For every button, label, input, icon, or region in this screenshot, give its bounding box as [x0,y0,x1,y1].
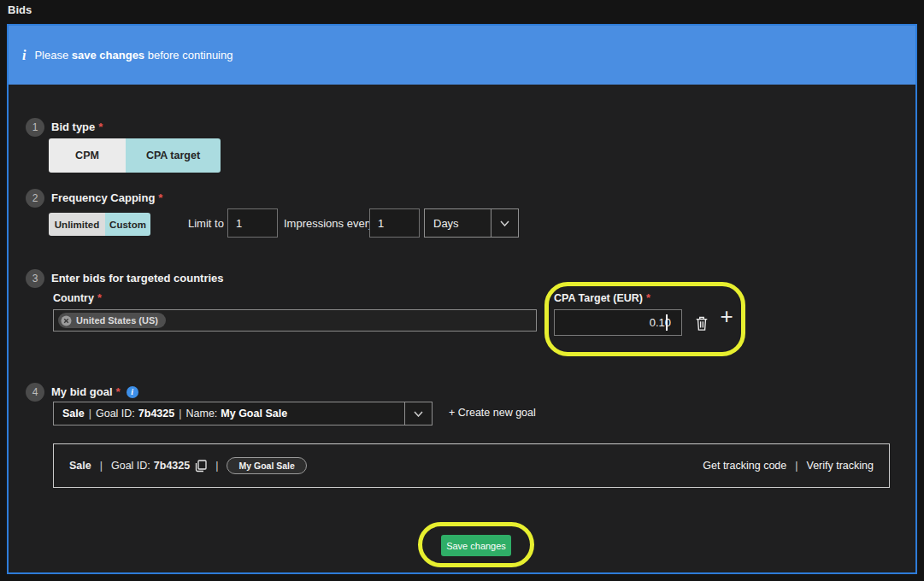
chevron-down-icon [491,209,518,237]
goal-select[interactable]: Sale|Goal ID:7b4325|Name:My Goal Sale [53,402,433,425]
goal-links: Get tracking code | Verify tracking [703,460,874,472]
limit-input[interactable] [227,208,278,238]
banner-message: Please save changes before continuing [34,49,232,62]
plus-icon: + [720,303,733,330]
cpm-button[interactable]: CPM [49,138,126,173]
goal-id: 7b4325 [138,408,174,420]
step-3-badge: 3 [26,269,44,288]
cpa-required-mark: * [646,292,650,304]
frequency-required-mark: * [158,191,162,204]
unlimited-button[interactable]: Unlimited [49,213,105,236]
get-tracking-code-link[interactable]: Get tracking code [703,460,786,472]
impressions-every-label: Impressions every [284,217,374,230]
cpa-target-label: CPA Target (EUR)* [554,292,650,304]
frequency-capping-label: Frequency Capping* [51,191,162,204]
trash-icon [694,314,709,332]
goal-select-value: Sale|Goal ID:7b4325|Name:My Goal Sale [54,408,287,420]
create-new-goal-link[interactable]: + Create new goal [449,407,536,419]
separator: | [89,408,91,420]
country-chip: United States (US) [58,313,166,328]
country-label: Country* [53,292,102,304]
country-bids-label: Enter bids for targeted countries [51,272,224,285]
goal-type: Sale [62,408,85,420]
separator: | [100,460,103,472]
verify-tracking-link[interactable]: Verify tracking [806,460,874,472]
cpa-target-input[interactable] [554,309,682,336]
add-bid-button[interactable]: + [715,302,739,330]
bid-goal-info-icon[interactable]: i [127,386,138,398]
goal-id-label: Goal ID: [96,408,135,420]
banner-message-suffix: before continuing [144,49,232,62]
bid-type-label-text: Bid type [51,120,95,133]
period-select-value: Days [425,217,459,230]
goal-name: My Goal Sale [221,408,287,420]
goal-row-type: Sale [69,460,91,472]
text-caret [666,314,668,331]
frequency-capping-label-text: Frequency Capping [51,191,155,204]
goal-name-label: Name: [185,408,217,420]
goal-details-row: Sale | Goal ID: 7b4325 | My Goal Sale Ge… [53,443,890,488]
bid-type-required-mark: * [98,120,103,133]
save-changes-button[interactable]: Save changes [441,535,511,556]
cpa-target-label-text: CPA Target (EUR) [554,292,643,304]
country-chip-label: United States (US) [76,315,158,326]
copy-goal-id-button[interactable] [195,460,207,472]
separator: | [179,408,181,420]
goal-row-id-label: Goal ID: [111,460,150,472]
bids-panel: i Please save changes before continuing … [7,24,917,574]
screen: Bids i Please save changes before contin… [0,0,924,581]
separator: | [215,460,218,472]
page-title: Bids [8,3,32,16]
country-required-mark: * [97,292,102,304]
delete-bid-button[interactable] [692,312,712,334]
country-bids-label-text: Enter bids for targeted countries [51,272,224,285]
copy-icon [195,460,207,472]
goal-row-id: 7b4325 [154,460,190,472]
bid-goal-required-mark: * [116,385,121,398]
goal-details-left: Sale | Goal ID: 7b4325 | My Goal Sale [69,457,307,474]
step-2-badge: 2 [26,189,44,208]
country-select[interactable]: United States (US) [53,309,537,332]
impressions-input[interactable] [369,208,420,238]
step-4-badge: 4 [26,383,44,402]
info-icon: i [22,48,26,63]
banner-message-prefix: Please [34,49,71,62]
period-select[interactable]: Days [424,208,519,238]
country-label-text: Country [53,292,94,304]
bid-type-label: Bid type* [51,120,103,133]
step-1-badge: 1 [26,118,44,137]
bid-goal-label-text: My bid goal [51,385,113,398]
save-changes-banner: i Please save changes before continuing [9,26,915,85]
goal-name-pill: My Goal Sale [227,457,306,474]
custom-button[interactable]: Custom [105,213,150,236]
separator: | [795,460,797,472]
cpa-target-button[interactable]: CPA target [126,138,221,173]
banner-message-bold: save changes [72,49,144,62]
limit-to-label: Limit to [188,217,224,230]
chevron-down-icon [404,402,432,425]
remove-country-icon[interactable] [61,315,72,326]
bid-goal-label: My bid goal* i [51,385,138,398]
